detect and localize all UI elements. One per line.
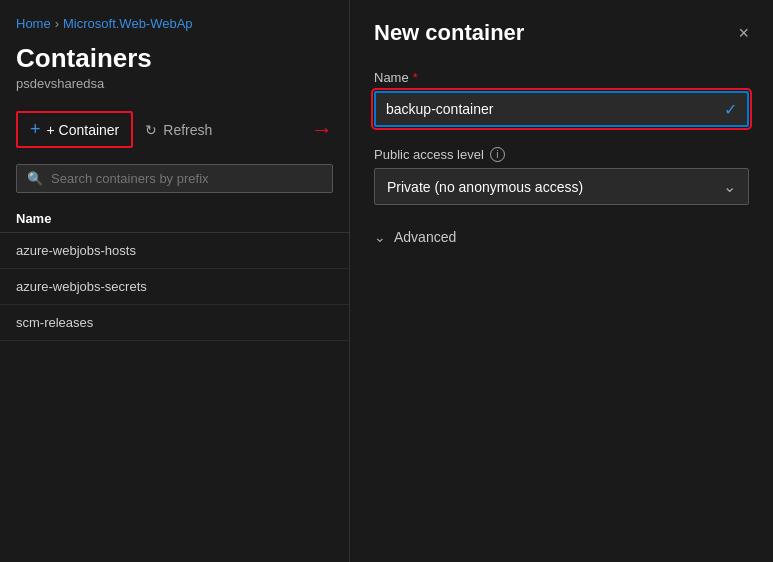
breadcrumb-app[interactable]: Microsoft.Web-WebAp <box>63 16 193 31</box>
arrow-indicator: → <box>311 117 333 143</box>
plus-icon: + <box>30 119 41 140</box>
add-container-button[interactable]: + + Container <box>16 111 133 148</box>
access-level-select[interactable]: Private (no anonymous access) ⌄ <box>374 168 749 205</box>
name-field-group: Name * ✓ <box>374 70 749 127</box>
info-icon[interactable]: i <box>490 147 505 162</box>
access-level-label: Public access level <box>374 147 484 162</box>
valid-icon: ✓ <box>714 100 747 119</box>
search-box: 🔍 <box>16 164 333 193</box>
required-indicator: * <box>413 70 418 85</box>
access-level-label-row: Public access level i <box>374 147 749 162</box>
access-level-value: Private (no anonymous access) <box>387 179 583 195</box>
advanced-section[interactable]: ⌄ Advanced <box>374 229 749 245</box>
right-panel: New container × Name * ✓ Public access l… <box>350 0 773 562</box>
container-btn-label: + Container <box>47 122 120 138</box>
search-input[interactable] <box>51 171 322 186</box>
name-input[interactable] <box>376 93 714 125</box>
search-icon: 🔍 <box>27 171 43 186</box>
advanced-chevron-icon: ⌄ <box>374 229 386 245</box>
name-label: Name * <box>374 70 749 85</box>
refresh-label: Refresh <box>163 122 212 138</box>
breadcrumb-home[interactable]: Home <box>16 16 51 31</box>
container-list: Name azure-webjobs-hosts azure-webjobs-s… <box>0 205 349 341</box>
list-column-name: Name <box>0 205 349 233</box>
name-input-wrapper: ✓ <box>374 91 749 127</box>
access-level-group: Public access level i Private (no anonym… <box>374 147 749 205</box>
panel-title: New container <box>374 20 524 46</box>
close-button[interactable]: × <box>738 24 749 42</box>
refresh-icon: ↻ <box>145 122 157 138</box>
list-item[interactable]: scm-releases <box>0 305 349 341</box>
left-panel: Home › Microsoft.Web-WebAp Containers ps… <box>0 0 350 562</box>
chevron-down-icon: ⌄ <box>723 177 736 196</box>
list-item[interactable]: azure-webjobs-secrets <box>0 269 349 305</box>
page-title: Containers <box>0 39 349 76</box>
advanced-label: Advanced <box>394 229 456 245</box>
panel-header: New container × <box>374 20 749 46</box>
subtitle: psdevsharedsa <box>0 76 349 103</box>
breadcrumb-sep1: › <box>55 16 59 31</box>
list-item[interactable]: azure-webjobs-hosts <box>0 233 349 269</box>
toolbar: + + Container ↻ Refresh → <box>0 103 349 156</box>
refresh-button[interactable]: ↻ Refresh <box>145 122 212 138</box>
breadcrumb: Home › Microsoft.Web-WebAp <box>0 16 349 39</box>
